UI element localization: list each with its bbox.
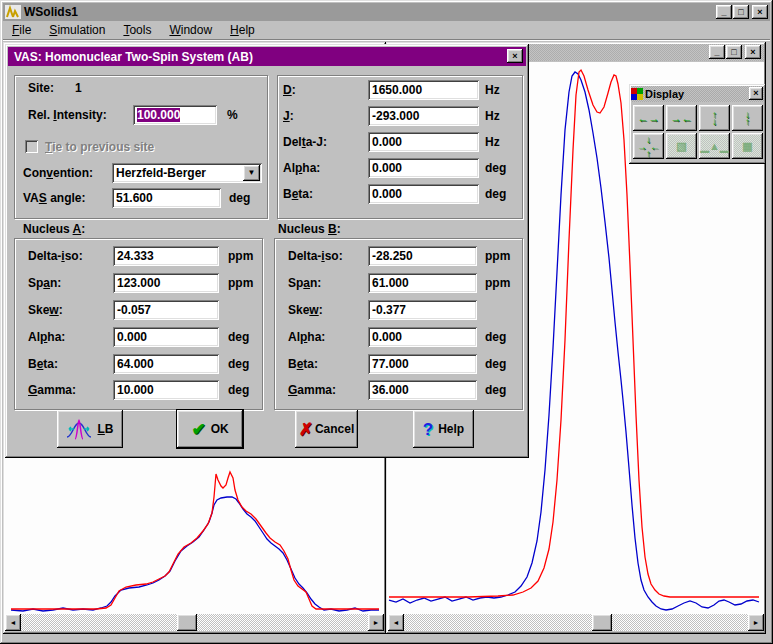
beta-input-b[interactable]: 77.000 (368, 354, 477, 374)
scroll-right-button[interactable]: ► (748, 614, 764, 631)
shrink-vertical-button[interactable]: ↓ ↑ (732, 105, 763, 131)
unit-label: deg (485, 184, 506, 204)
child-maximize-button[interactable]: □ (726, 45, 742, 59)
gamma-input-b[interactable]: 36.000 (368, 380, 477, 400)
unit-label: ppm (485, 273, 510, 293)
maximize-button[interactable]: □ (733, 5, 749, 19)
baseline-button: ▁▲▁ (699, 133, 730, 159)
child-minimize-button[interactable]: _ (709, 45, 725, 59)
skew-label: Skew: (288, 300, 323, 320)
dialog-close-button[interactable]: × (507, 49, 523, 63)
field-row: Gamma:36.000deg (5, 380, 529, 400)
dialog-titlebar[interactable]: VAS: Homonuclear Two-Spin System (AB) × (8, 47, 526, 66)
nucleus-b-heading: Nucleus B: (278, 222, 341, 236)
region-select-button: ▧ (666, 133, 697, 159)
field-row: Alpha:0.000deg (5, 158, 529, 178)
scrollbar-thumb[interactable] (592, 614, 612, 631)
field-row: D:1650.000Hz (5, 80, 529, 100)
help-button[interactable]: ? Help (413, 410, 474, 448)
display-palette-icon (631, 88, 643, 100)
field-row: Alpha:0.000deg (5, 327, 529, 347)
menu-item-window[interactable]: Window (160, 22, 221, 38)
skew-input-b[interactable]: -0.377 (368, 300, 477, 320)
expand-horizontal-button[interactable]: ←→ (633, 105, 664, 131)
left-spectrum-experimental-trace (11, 497, 379, 611)
gamma-label: Gamma: (288, 380, 336, 400)
unit-label: Hz (485, 132, 500, 152)
scroll-left-button[interactable]: ◄ (5, 614, 21, 631)
shrink-horizontal-button[interactable]: →← (666, 105, 697, 131)
expand-vertical-button[interactable]: ↑ ↓ (699, 105, 730, 131)
lb-button-label: LB (97, 422, 113, 436)
close-button[interactable]: × (752, 5, 768, 19)
lineshape-icon (66, 417, 92, 441)
field-row: J:-293.000Hz (5, 106, 529, 126)
field-row: Delta-iso:-28.250ppm (5, 246, 529, 266)
scroll-left-button[interactable]: ◄ (388, 614, 404, 631)
nucleus-a-heading: Nucleus A: (23, 222, 85, 236)
menu-item-file[interactable]: File (3, 22, 40, 38)
menu-separator (3, 39, 770, 41)
delta-j-label: Delta-J: (283, 132, 327, 152)
check-icon: ✔ (191, 421, 205, 438)
j-input[interactable]: -293.000 (368, 106, 479, 126)
beta-input[interactable]: 0.000 (368, 184, 479, 204)
vas-dialog: VAS: Homonuclear Two-Spin System (AB) × … (5, 44, 529, 458)
unit-label: ppm (485, 246, 510, 266)
lb-button[interactable]: LB (57, 410, 123, 448)
h-scrollbar-left-pane[interactable]: ◄ ► (5, 614, 384, 631)
span-input-b[interactable]: 61.000 (368, 273, 477, 293)
d-input[interactable]: 1650.000 (368, 80, 479, 100)
field-row: Beta:77.000deg (5, 354, 529, 374)
alpha-input-b[interactable]: 0.000 (368, 327, 477, 347)
j-label: J: (283, 106, 294, 126)
unit-label: deg (485, 158, 506, 178)
h-scrollbar-main-pane[interactable]: ◄ ► (388, 614, 764, 631)
ok-button[interactable]: ✔ OK (177, 410, 243, 448)
help-button-label: Help (438, 422, 464, 436)
beta-label: Beta: (283, 184, 313, 204)
fit-view-button[interactable]: ↓ → ← ↑ (633, 133, 664, 159)
app-icon (5, 5, 21, 19)
unit-label: deg (485, 327, 506, 347)
span-label: Span: (288, 273, 321, 293)
scrollbar-thumb[interactable] (177, 614, 197, 631)
delta-iso-input-b[interactable]: -28.250 (368, 246, 477, 266)
scroll-right-button[interactable]: ► (368, 614, 384, 631)
main-titlebar[interactable]: WSolids1 _ □ × (3, 3, 770, 21)
alpha-label: Alpha: (283, 158, 320, 178)
d-label: D: (283, 80, 296, 100)
grid-button: ▦ (732, 133, 763, 159)
menu-item-tools[interactable]: Tools (114, 22, 160, 38)
child-close-button[interactable]: × (745, 45, 761, 59)
menu-item-simulation[interactable]: Simulation (40, 22, 114, 38)
field-row: Span:61.000ppm (5, 273, 529, 293)
cancel-button-label: Cancel (315, 422, 354, 436)
ok-button-label: OK (211, 422, 229, 436)
left-spectrum-simulated-trace (11, 472, 379, 609)
beta-label: Beta: (288, 354, 318, 374)
cancel-button[interactable]: ✗ Cancel (295, 410, 358, 448)
unit-label: deg (485, 380, 506, 400)
display-palette: Display × ←→→←↑ ↓↓ ↑↓ → ← ↑▧▁▲▁▦ (629, 84, 766, 164)
wsolids-main-window: WSolids1 _ □ × FileSimulationToolsWindow… (0, 0, 773, 644)
unit-label: Hz (485, 106, 500, 126)
delta-iso-label: Delta-iso: (288, 246, 343, 266)
alpha-input[interactable]: 0.000 (368, 158, 479, 178)
palette-close-button[interactable]: × (749, 87, 763, 100)
unit-label: Hz (485, 80, 500, 100)
question-icon: ? (423, 421, 433, 438)
unit-label: deg (485, 354, 506, 374)
display-palette-titlebar[interactable]: Display × (631, 86, 764, 102)
dialog-title: VAS: Homonuclear Two-Spin System (AB) (14, 50, 253, 64)
field-row: Skew:-0.377 (5, 300, 529, 320)
menu-item-help[interactable]: Help (221, 22, 264, 38)
cross-icon: ✗ (299, 421, 313, 438)
field-row: Beta:0.000deg (5, 184, 529, 204)
field-row: Delta-J:0.000Hz (5, 132, 529, 152)
window-title: WSolids1 (24, 5, 78, 19)
display-palette-title: Display (645, 88, 684, 100)
alpha-label: Alpha: (288, 327, 325, 347)
minimize-button[interactable]: _ (716, 5, 732, 19)
delta-j-input[interactable]: 0.000 (368, 132, 479, 152)
